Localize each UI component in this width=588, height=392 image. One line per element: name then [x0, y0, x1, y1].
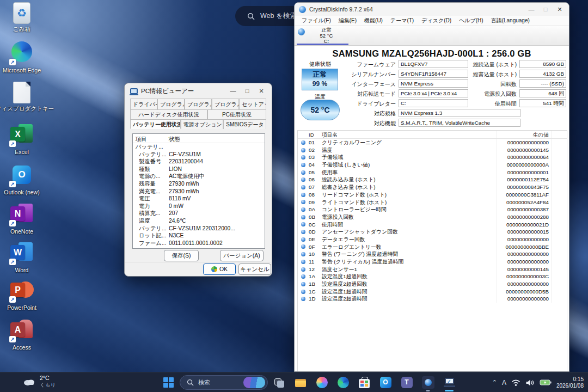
file-explorer-button[interactable] [293, 376, 308, 390]
smart-row[interactable]: 1B 設定温度2超過回数 00000000000000 [298, 280, 567, 288]
list-item[interactable]: ファーム... 0011.0011.0001.0002 [133, 240, 265, 247]
list-item[interactable]: 残容量 27930 mWh [133, 180, 265, 188]
weather-widget[interactable]: 2°C くもり [23, 375, 56, 388]
desktop-icon-access[interactable]: A ↗ Access [0, 318, 44, 351]
tab-hdd-usage[interactable]: ハードディスク使用状況 [130, 109, 207, 119]
clock[interactable]: 0:15 2026/01/08 [556, 376, 584, 389]
list-item[interactable]: 製造番号 22031200044 [133, 158, 265, 166]
maximize-button[interactable]: □ [240, 85, 254, 97]
menu-item[interactable]: 機能(U) [360, 17, 387, 24]
smart-row[interactable]: 0F エラーログエントリー数 00000000000BBE [298, 243, 567, 251]
temperature-box[interactable]: 52 °C [301, 100, 340, 120]
list-item[interactable]: バッテリ... [133, 143, 265, 151]
smart-row[interactable]: 1A 設定温度1超過回数 0000000000003C [298, 273, 567, 280]
shortcut-arrow-icon: ↗ [9, 296, 16, 303]
smart-row[interactable]: 0C 使用時間 0000000000021D [298, 221, 567, 229]
smart-row[interactable]: 03 予備領域 00000000000064 [298, 154, 567, 161]
crystaldiskinfo-task-button[interactable] [421, 376, 435, 390]
ok-button[interactable]: OK [203, 264, 236, 275]
close-button[interactable]: ✕ [553, 3, 567, 15]
pcinfo-titlebar[interactable]: PC情報ビューアー — □ ✕ [125, 83, 272, 99]
list-item[interactable]: 積算充... 207 [133, 210, 265, 217]
smart-row[interactable]: 0B 電源投入回数 00000000000288 [298, 213, 567, 221]
smart-row[interactable]: 0E データエラー回数 00000000000000 [298, 236, 567, 243]
smart-row[interactable]: 06 総読み込み量 (ホスト) 0000000112E754 [298, 176, 567, 183]
desktop-icon-edge[interactable]: ↗ Microsoft Edge [0, 41, 44, 74]
tab-battery-usage[interactable]: バッテリー使用状況 [130, 119, 181, 129]
smart-row[interactable]: 0A コントローラービジー時間 00000000000387 [298, 206, 567, 213]
save-button[interactable]: 保存(S) [164, 250, 199, 261]
drive-tab-c[interactable]: 正常 52 °C C: [297, 26, 347, 44]
tab-program2[interactable]: プログラム 2 [185, 99, 212, 109]
list-item[interactable]: 種類 LION [133, 166, 265, 173]
smart-row[interactable]: 09 ライトコマンド数 (ホスト) 000000052A4F84 [298, 199, 567, 206]
ime-indicator[interactable]: A [502, 379, 506, 387]
tab-setup[interactable]: セットアップ [239, 99, 266, 109]
store-button[interactable] [357, 376, 371, 390]
search-highlight-image[interactable] [243, 377, 265, 388]
list-item[interactable]: バッテリ... CF-VZSU1M [133, 151, 265, 158]
maximize-button[interactable]: □ [538, 3, 553, 15]
smart-row[interactable]: 01 クリティカルワーニング 00000000000000 [298, 139, 567, 146]
smart-row[interactable]: 08 リードコマンド数 (ホスト) 0000000C3811AF [298, 191, 567, 199]
smart-row[interactable]: 1D 設定温度2超過時間 00000000000000 [298, 295, 567, 303]
menu-item[interactable]: テーマ(T) [387, 17, 418, 24]
edge-button[interactable] [336, 376, 350, 390]
desktop-icon-powerpoint[interactable]: P ↗ PowerPoint [0, 279, 44, 311]
tab-program3[interactable]: プログラム 3 [212, 99, 239, 109]
menu-item[interactable]: ヘルプ(H) [455, 17, 487, 24]
desktop-icon-outlook[interactable]: O ↗ Outlook (new) [0, 163, 44, 195]
tab-pc-usage[interactable]: PC使用状況 [207, 109, 266, 119]
desktop-icon-recycle-bin[interactable]: ♻ ごみ箱 [0, 2, 44, 33]
desktop-icon-word[interactable]: W ↗ Word [0, 241, 44, 273]
list-item[interactable]: 電源の... AC電源使用中 [133, 173, 265, 180]
cancel-button[interactable]: キャンセル [238, 264, 271, 275]
start-button[interactable] [163, 377, 174, 388]
smart-row[interactable]: 0D アンセーフシャットダウン回数 00000000000015 [298, 228, 567, 236]
battery-icon[interactable] [540, 379, 552, 386]
smart-row[interactable]: 11 警告 (クリティカル) 温度超過時間 00000000000000 [298, 258, 567, 266]
list-item[interactable]: 電力 0 mW [133, 203, 265, 210]
search-placeholder: 検索 [198, 378, 210, 387]
desktop-icon-office-product-key[interactable]: オフィスプロダクトキー [0, 82, 44, 113]
wifi-icon[interactable] [511, 379, 520, 387]
tray-chevron-icon[interactable]: ⌃ [492, 379, 497, 386]
smart-row[interactable]: 04 予備領域 (しきい値) 0000000000000A [298, 161, 567, 169]
smart-row[interactable]: 05 使用率 00000000000001 [298, 169, 567, 176]
task-view-button[interactable] [272, 376, 286, 390]
battery-info-list[interactable]: 項目 状態 バッテリ... バッテリ... CF-VZSU1M [132, 133, 265, 249]
list-item[interactable]: 温度 24.6℃ [133, 217, 265, 225]
tab-driver[interactable]: ドライバー [130, 99, 157, 109]
volume-icon[interactable] [525, 379, 535, 387]
health-status-box[interactable]: 正常 99 % [302, 69, 338, 90]
minimize-button[interactable]: — [226, 85, 240, 97]
list-item[interactable]: ロット記... N3CE [133, 232, 265, 240]
desktop-icon-onenote[interactable]: N ↗ OneNote [0, 203, 44, 235]
list-item[interactable]: 満充電... 27930 mWh [133, 188, 265, 195]
smart-row[interactable]: 02 温度 00000000000145 [298, 146, 567, 154]
outlook-button[interactable]: O [378, 376, 393, 390]
smart-row[interactable]: 07 総書き込み量 (ホスト) 00000000843F75 [298, 183, 567, 191]
menu-item[interactable]: 言語(Language) [487, 17, 534, 24]
copilot-button[interactable] [315, 376, 329, 390]
tab-power-options[interactable]: 電源オプション [181, 119, 224, 129]
smart-row[interactable]: 10 警告 (ワーニング) 温度超過時間 00000000000000 [298, 250, 567, 258]
menu-item[interactable]: ディスク(D) [418, 17, 455, 24]
smart-table[interactable]: ID 項目名 生の値 01 クリティカルワーニング 00000000000000 [297, 130, 567, 372]
teams-button[interactable]: T [400, 376, 414, 390]
desktop-icon-excel[interactable]: X ↗ Excel [0, 123, 44, 155]
minimize-button[interactable]: — [524, 3, 538, 15]
tab-smbios-data[interactable]: SMBIOSデータ [223, 119, 266, 129]
tab-program1[interactable]: プログラム 1 [157, 99, 185, 109]
smart-row[interactable]: 1C 設定温度1超過時間 00000000000D5B [298, 288, 567, 296]
taskbar-search[interactable]: 検索 [180, 375, 268, 390]
close-button[interactable]: ✕ [254, 85, 268, 97]
version-button[interactable]: バージョン(A) [220, 250, 264, 261]
smart-row[interactable]: 12 温度センサー1 00000000000145 [298, 266, 567, 273]
list-item[interactable]: 電圧 8118 mV [133, 195, 265, 203]
pcinfo-task-button[interactable]: ✓ [442, 376, 456, 390]
list-item[interactable]: バッテリ... CF-VZSU1M 220312000... [133, 225, 265, 232]
menu-item[interactable]: ファイル(F) [298, 17, 335, 24]
cdi-titlebar[interactable]: CrystalDiskInfo 9.7.2 x64 — □ ✕ [295, 3, 569, 16]
menu-item[interactable]: 編集(E) [335, 17, 360, 24]
